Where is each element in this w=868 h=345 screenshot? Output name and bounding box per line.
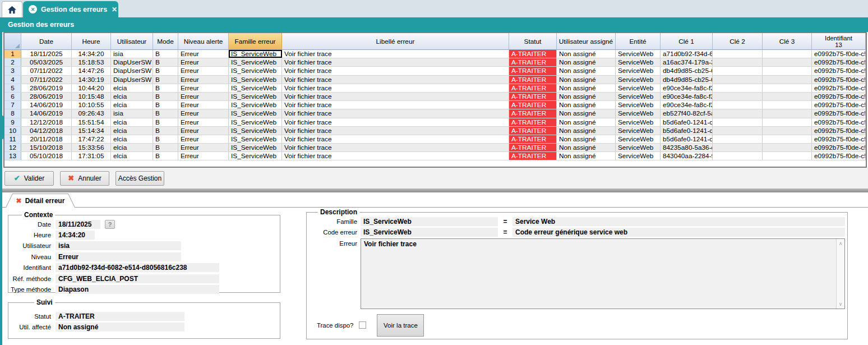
column-header-mode[interactable]: Mode — [153, 33, 178, 50]
trace-dispo-checkbox[interactable] — [359, 321, 366, 329]
cell-date[interactable]: 28/06/2019 — [21, 93, 72, 100]
cell-assigne[interactable]: Non assigné — [557, 84, 616, 92]
cell-assigne[interactable]: Non assigné — [557, 50, 616, 58]
cell-cle1[interactable]: eb527f40-82cf-5a — [661, 109, 713, 117]
cell-statut[interactable]: A-TRAITER — [509, 152, 557, 160]
cell-ident[interactable]: e0992b75-f0de-c5 — [812, 135, 866, 143]
cell-utilisateur[interactable]: DiapUserSW — [111, 76, 153, 84]
cell-famille[interactable]: IS_ServiceWeb — [229, 118, 282, 126]
cell-assigne[interactable]: Non assigné — [557, 93, 616, 100]
cell-niveau[interactable]: Erreur — [178, 152, 229, 160]
cell-entite[interactable]: ServiceWeb — [616, 127, 661, 135]
cell-cle1[interactable]: 843040aa-2284-9 — [661, 152, 713, 160]
table-row[interactable]: 1215/10/201815:33:56elciaBErreurIS_Servi… — [4, 144, 866, 152]
cell-cle1[interactable]: a71d0b92-f34d-60 — [661, 50, 713, 58]
cell-ident[interactable]: e0992b75-f0de-c5 — [812, 67, 866, 75]
cell-num[interactable]: 7 — [4, 101, 21, 109]
cell-niveau[interactable]: Erreur — [178, 118, 229, 126]
cell-date[interactable]: 20/11/2018 — [21, 135, 72, 143]
cell-utilisateur[interactable]: elcia — [111, 118, 153, 126]
cell-heure[interactable]: 15:18:53 — [72, 58, 111, 66]
cell-entite[interactable]: ServiceWeb — [616, 118, 661, 126]
cell-utilisateur[interactable]: elcia — [111, 127, 153, 135]
cell-date[interactable]: 05/10/2018 — [21, 152, 72, 160]
cell-cle1[interactable]: b5d6afe0-1241-c2 — [661, 135, 713, 143]
cell-ident[interactable]: e0992b75-f0de-c5 — [812, 127, 866, 135]
column-header-cle1[interactable]: Clé 1 — [661, 33, 713, 50]
valider-button[interactable]: ✔ Valider — [4, 171, 54, 186]
cell-cle2[interactable] — [713, 109, 763, 117]
cell-cle1[interactable]: db4d9d85-cb25-6 — [661, 76, 713, 84]
column-header-ident[interactable]: Identifiant13 — [812, 33, 866, 50]
cell-heure[interactable]: 14:30:19 — [72, 76, 111, 84]
cell-heure[interactable]: 15:14:34 — [72, 127, 111, 135]
cell-heure[interactable]: 10:15:48 — [72, 93, 111, 100]
cell-cle1[interactable]: e90ce34e-fa8c-f3 — [661, 93, 713, 100]
cell-mode[interactable]: B — [153, 58, 178, 66]
cell-famille[interactable]: IS_ServiceWeb — [229, 76, 282, 84]
cell-assigne[interactable]: Non assigné — [557, 101, 616, 109]
cell-niveau[interactable]: Erreur — [178, 109, 229, 117]
cell-num[interactable]: 9 — [4, 118, 21, 126]
cell-assigne[interactable]: Non assigné — [557, 127, 616, 135]
cell-cle1[interactable]: b5d6afe0-1241-c2 — [661, 118, 713, 126]
tab-close-icon[interactable]: ✕ — [112, 6, 117, 13]
cell-mode[interactable]: B — [153, 93, 178, 100]
cell-ident[interactable]: e0992b75-f0de-c5 — [812, 101, 866, 109]
cell-libelle[interactable]: Voir fichier trace — [282, 93, 509, 100]
cell-utilisateur[interactable]: elcia — [111, 135, 153, 143]
cell-utilisateur[interactable]: elcia — [111, 93, 153, 100]
cell-niveau[interactable]: Erreur — [178, 144, 229, 151]
table-row[interactable]: 1120/11/201817:47:22elciaBErreurIS_Servi… — [4, 135, 866, 144]
cell-statut[interactable]: A-TRAITER — [509, 118, 557, 126]
cell-famille[interactable]: IS_ServiceWeb — [229, 101, 282, 109]
cell-famille[interactable]: IS_ServiceWeb — [229, 58, 282, 66]
cell-entite[interactable]: ServiceWeb — [616, 144, 661, 151]
table-row[interactable]: 628/06/201910:15:48elciaBErreurIS_Servic… — [4, 93, 866, 101]
cell-utilisateur[interactable]: elcia — [111, 152, 153, 160]
cell-ident[interactable]: e0992b75-f0de-c5 — [812, 76, 866, 84]
table-row[interactable]: 205/03/202515:18:53DiapUserSWBErreurIS_S… — [4, 58, 866, 67]
cell-statut[interactable]: A-TRAITER — [509, 93, 557, 100]
cell-cle2[interactable] — [713, 67, 763, 75]
cell-niveau[interactable]: Erreur — [178, 58, 229, 66]
cell-utilisateur[interactable]: DiapUserSW — [111, 58, 153, 66]
cell-ident[interactable]: e0992b75-f0de-c5 — [812, 109, 866, 117]
cell-niveau[interactable]: Erreur — [178, 127, 229, 135]
cell-statut[interactable]: A-TRAITER — [509, 109, 557, 117]
column-header-utilisateur[interactable]: Utilisateur — [111, 33, 153, 50]
cell-date[interactable]: 07/11/2022 — [21, 67, 72, 75]
cell-date[interactable]: 05/03/2025 — [21, 58, 72, 66]
cell-mode[interactable]: B — [153, 152, 178, 160]
voir-la-trace-button[interactable]: Voir la trace — [377, 314, 424, 337]
table-row[interactable]: 912/12/201815:51:54elciaBErreurIS_Servic… — [4, 118, 866, 127]
column-header-cle3[interactable]: Clé 3 — [763, 33, 812, 50]
cell-assigne[interactable]: Non assigné — [557, 144, 616, 151]
cell-heure[interactable]: 10:44:20 — [72, 84, 111, 92]
cell-mode[interactable]: B — [153, 109, 178, 117]
table-row[interactable]: 528/06/201910:44:20elciaBErreurIS_Servic… — [4, 84, 866, 93]
cell-utilisateur[interactable]: DiapUserSW — [111, 67, 153, 75]
erreur-textarea[interactable]: Voir fichier trace ∧ ∨ — [361, 238, 845, 309]
cell-ident[interactable]: e0992b75-f0de-c5 — [812, 84, 866, 92]
cell-statut[interactable]: A-TRAITER — [509, 84, 557, 92]
column-header-heure[interactable]: Heure — [72, 33, 111, 50]
cell-date[interactable]: 14/06/2019 — [21, 101, 72, 109]
cell-ident[interactable]: e0992b75-f0de-c5 — [812, 118, 866, 126]
cell-cle3[interactable] — [763, 67, 812, 75]
cell-mode[interactable]: B — [153, 50, 178, 58]
cell-entite[interactable]: ServiceWeb — [616, 67, 661, 75]
cell-famille[interactable]: IS_ServiceWeb — [229, 109, 282, 117]
cell-mode[interactable]: B — [153, 118, 178, 126]
cell-mode[interactable]: B — [153, 101, 178, 109]
cell-ident[interactable]: e0992b75-f0de-c5 — [812, 93, 866, 100]
cell-cle3[interactable] — [763, 76, 812, 84]
cell-niveau[interactable]: Erreur — [178, 50, 229, 58]
cell-entite[interactable]: ServiceWeb — [616, 76, 661, 84]
cell-entite[interactable]: ServiceWeb — [616, 84, 661, 92]
cell-utilisateur[interactable]: elcia — [111, 101, 153, 109]
table-row[interactable]: 307/11/202214:47:26DiapUserSWBErreurIS_S… — [4, 67, 866, 75]
tab-gestion-des-erreurs[interactable]: ✕ Gestion des erreurs ✕ — [23, 1, 118, 17]
cell-num[interactable]: 13 — [4, 152, 21, 160]
cell-num[interactable]: 6 — [4, 93, 21, 100]
